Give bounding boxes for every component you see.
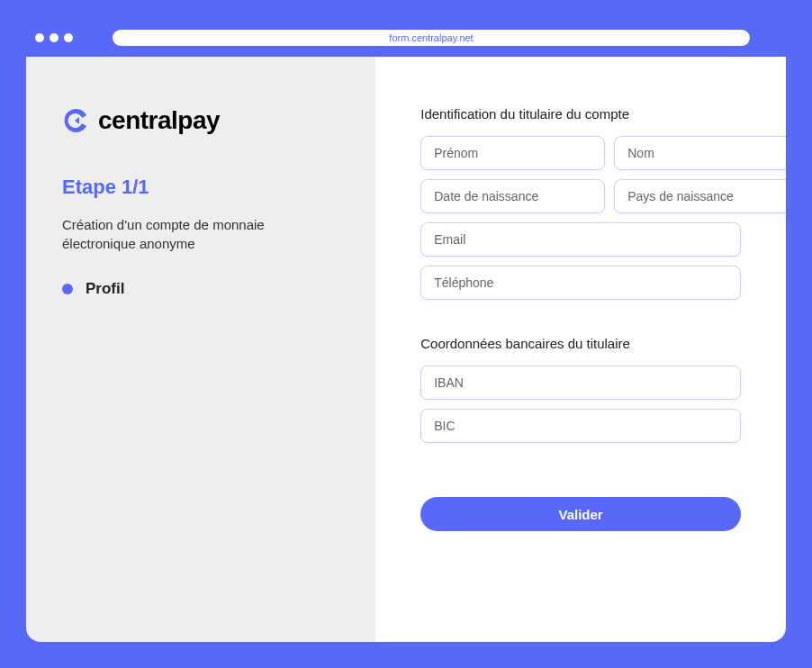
logo: centralpay [62, 106, 339, 135]
iban-row [420, 366, 741, 400]
bic-field[interactable] [420, 409, 741, 443]
birthcountry-field[interactable] [614, 179, 786, 213]
phone-row [420, 266, 741, 300]
birthdate-field[interactable] [420, 179, 605, 213]
window-close-icon[interactable] [35, 33, 44, 42]
step-title: Etape 1/1 [62, 176, 339, 199]
centralpay-logo-icon [62, 106, 91, 135]
submit-button[interactable]: Valider [420, 497, 741, 531]
sidebar-panel: centralpay Etape 1/1 Création d'un compt… [26, 57, 375, 642]
form-panel: Identification du titulaire du compte [375, 57, 786, 642]
step-bullet-icon [62, 284, 73, 294]
bic-row [420, 409, 741, 443]
email-row [420, 222, 741, 257]
identification-section: Identification du titulaire du compte [420, 106, 741, 300]
step-item-profil: Profil [62, 280, 339, 298]
browser-frame: form.centralpay.net centralpay Etape 1/1… [19, 19, 793, 649]
email-field[interactable] [420, 222, 741, 257]
identification-title: Identification du titulaire du compte [420, 106, 741, 122]
birth-row [420, 179, 741, 213]
banking-title: Coordonnées bancaires du titulaire [420, 336, 741, 351]
content-area: centralpay Etape 1/1 Création d'un compt… [26, 57, 786, 642]
browser-header: form.centralpay.net [19, 19, 793, 57]
iban-field[interactable] [420, 366, 741, 400]
name-row [420, 136, 741, 170]
window-controls [35, 33, 73, 42]
phone-field[interactable] [420, 266, 741, 300]
banking-section: Coordonnées bancaires du titulaire [420, 336, 741, 443]
lastname-field[interactable] [614, 136, 786, 170]
url-bar[interactable]: form.centralpay.net [113, 30, 750, 46]
url-text: form.centralpay.net [389, 32, 473, 43]
logo-text: centralpay [98, 106, 220, 135]
step-label: Profil [86, 280, 124, 298]
firstname-field[interactable] [420, 136, 605, 170]
window-minimize-icon[interactable] [50, 33, 59, 42]
step-description: Création d'un compte de monnaie électron… [62, 215, 339, 253]
window-maximize-icon[interactable] [64, 33, 73, 42]
